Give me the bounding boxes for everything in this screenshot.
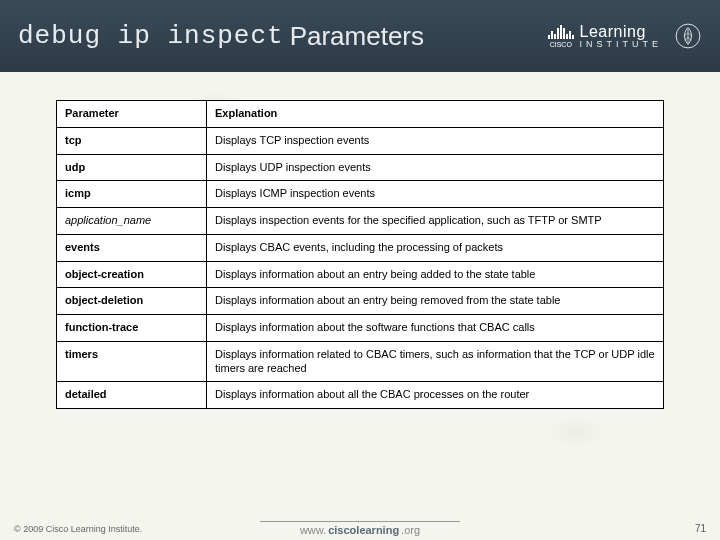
param-cell: application_name	[57, 208, 207, 235]
param-cell: tcp	[57, 127, 207, 154]
param-cell: function-trace	[57, 315, 207, 342]
logo-institute-text: INSTITUTE	[580, 40, 663, 49]
param-cell: icmp	[57, 181, 207, 208]
explanation-cell: Displays information about all the CBAC …	[207, 382, 664, 409]
param-cell: detailed	[57, 382, 207, 409]
title-code-part: debug ip inspect	[18, 21, 284, 51]
url-www: www.	[300, 524, 326, 536]
explanation-cell: Displays information about the software …	[207, 315, 664, 342]
param-cell: events	[57, 234, 207, 261]
explanation-cell: Displays UDP inspection events	[207, 154, 664, 181]
url-org: .org	[401, 524, 420, 536]
param-cell: timers	[57, 341, 207, 382]
slide-content: Parameter Explanation tcpDisplays TCP in…	[0, 72, 720, 409]
table-row: function-traceDisplays information about…	[57, 315, 664, 342]
table-row: icmpDisplays ICMP inspection events	[57, 181, 664, 208]
explanation-cell: Displays TCP inspection events	[207, 127, 664, 154]
table-row: detailedDisplays information about all t…	[57, 382, 664, 409]
table-header-row: Parameter Explanation	[57, 101, 664, 128]
table-row: udpDisplays UDP inspection events	[57, 154, 664, 181]
copyright-text: © 2009 Cisco Learning Institute.	[14, 524, 142, 534]
cisco-bars-icon	[548, 25, 574, 39]
param-cell: udp	[57, 154, 207, 181]
leaf-icon	[674, 22, 702, 50]
parameters-table: Parameter Explanation tcpDisplays TCP in…	[56, 100, 664, 409]
table-row: tcpDisplays TCP inspection events	[57, 127, 664, 154]
col-header-explanation: Explanation	[207, 101, 664, 128]
param-cell: object-creation	[57, 261, 207, 288]
title-text-part: Parameters	[290, 21, 424, 52]
page-number: 71	[695, 523, 706, 534]
cisco-brand-text: CISCO	[550, 41, 572, 48]
slide-header: debug ip inspect Parameters CISCO Learni…	[0, 0, 720, 72]
url-mid: ciscolearning	[328, 524, 399, 536]
explanation-cell: Displays inspection events for the speci…	[207, 208, 664, 235]
explanation-cell: Displays information about an entry bein…	[207, 288, 664, 315]
col-header-parameter: Parameter	[57, 101, 207, 128]
table-row: application_nameDisplays inspection even…	[57, 208, 664, 235]
table-row: object-creationDisplays information abou…	[57, 261, 664, 288]
explanation-cell: Displays CBAC events, including the proc…	[207, 234, 664, 261]
cisco-logo-mark: CISCO	[548, 25, 574, 48]
explanation-cell: Displays information about an entry bein…	[207, 261, 664, 288]
slide-footer: © 2009 Cisco Learning Institute. www.cis…	[0, 523, 720, 534]
footer-url: www.ciscolearning.org	[260, 521, 460, 536]
explanation-cell: Displays ICMP inspection events	[207, 181, 664, 208]
table-row: object-deletionDisplays information abou…	[57, 288, 664, 315]
table-row: timersDisplays information related to CB…	[57, 341, 664, 382]
logo-learning-text: Learning	[580, 24, 663, 40]
param-cell: object-deletion	[57, 288, 207, 315]
table-row: eventsDisplays CBAC events, including th…	[57, 234, 664, 261]
cisco-learning-logo: CISCO Learning INSTITUTE	[548, 22, 702, 50]
explanation-cell: Displays information related to CBAC tim…	[207, 341, 664, 382]
